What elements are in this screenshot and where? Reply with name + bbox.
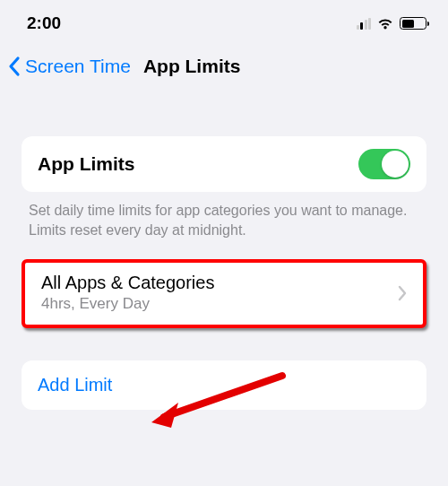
navigation-bar: Screen Time App Limits	[0, 43, 448, 93]
toggle-section: App Limits Set daily time limits for app…	[22, 136, 426, 239]
section-footer-text: Set daily time limits for app categories…	[22, 192, 426, 239]
app-limits-toggle-row: App Limits	[22, 136, 426, 192]
chevron-right-icon	[398, 285, 407, 301]
add-limit-label: Add Limit	[38, 375, 112, 395]
page-title: App Limits	[143, 56, 241, 77]
cellular-signal-icon	[357, 18, 372, 30]
app-limits-toggle[interactable]	[358, 149, 410, 179]
status-time: 2:00	[27, 13, 61, 33]
limit-subtitle: 4hrs, Every Day	[41, 295, 214, 313]
back-chevron-icon[interactable]	[7, 56, 22, 77]
app-limits-toggle-label: App Limits	[38, 153, 135, 175]
add-limit-button[interactable]: Add Limit	[22, 360, 426, 410]
toggle-knob	[382, 151, 409, 178]
back-button-label[interactable]: Screen Time	[25, 56, 131, 77]
status-bar: 2:00	[0, 0, 448, 43]
battery-icon	[400, 17, 426, 30]
status-indicators	[357, 17, 427, 30]
limit-row-all-apps[interactable]: All Apps & Categories 4hrs, Every Day	[22, 259, 426, 328]
wifi-icon	[376, 17, 394, 30]
limit-title: All Apps & Categories	[41, 273, 214, 293]
